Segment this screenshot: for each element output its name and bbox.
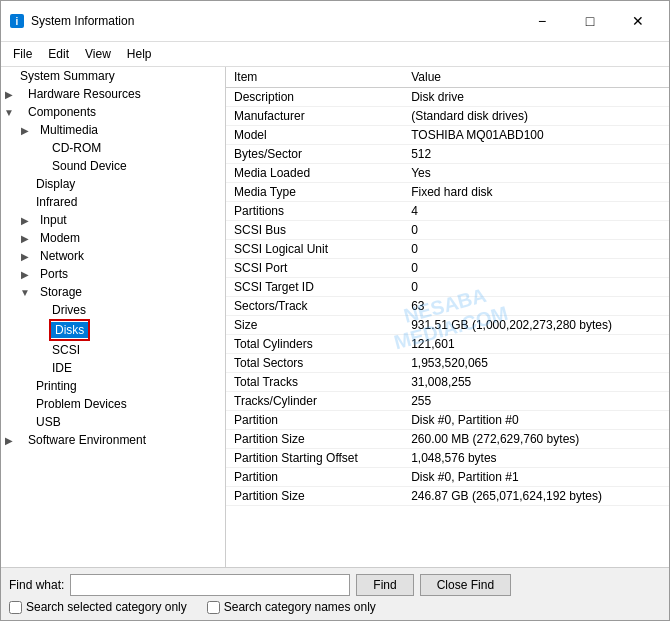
sp23 bbox=[17, 344, 33, 357]
menu-edit[interactable]: Edit bbox=[40, 44, 77, 64]
menu-file[interactable]: File bbox=[5, 44, 40, 64]
cell-item: Size bbox=[226, 316, 403, 335]
cell-value: 260.00 MB (272,629,760 bytes) bbox=[403, 430, 669, 449]
tree-item-storage[interactable]: ▼ Storage bbox=[1, 283, 225, 301]
tree-item-ide[interactable]: IDE bbox=[1, 359, 225, 377]
sp15 bbox=[1, 286, 17, 299]
cell-value: 0 bbox=[403, 278, 669, 297]
sp4 bbox=[1, 160, 17, 173]
tree-item-ports[interactable]: ▶ Ports bbox=[1, 265, 225, 283]
table-row: PartitionDisk #0, Partition #1 bbox=[226, 468, 669, 487]
cell-value: 0 bbox=[403, 221, 669, 240]
expand-icon-ports: ▶ bbox=[17, 268, 33, 281]
header-item: Item bbox=[226, 67, 403, 88]
sp28 bbox=[1, 380, 17, 393]
tree-item-disks[interactable]: Disks bbox=[51, 321, 88, 339]
minimize-button[interactable]: − bbox=[519, 7, 565, 35]
tree-item-components[interactable]: ▼ Components bbox=[1, 103, 225, 121]
tree-item-modem[interactable]: ▶ Modem bbox=[1, 229, 225, 247]
cell-item: Media Type bbox=[226, 183, 403, 202]
sp10 bbox=[17, 196, 33, 209]
menu-view[interactable]: View bbox=[77, 44, 119, 64]
expand-icon-mm bbox=[1, 124, 17, 137]
cell-item: Total Cylinders bbox=[226, 335, 403, 354]
sp13 bbox=[1, 250, 17, 263]
disks-highlight-box: Disks bbox=[49, 319, 90, 341]
sp25 bbox=[1, 362, 17, 375]
find-input[interactable] bbox=[70, 574, 350, 596]
checkbox-category-names[interactable] bbox=[207, 601, 220, 614]
tree-item-infrared[interactable]: Infrared bbox=[1, 193, 225, 211]
cell-item: Manufacturer bbox=[226, 107, 403, 126]
cell-value: 63 bbox=[403, 297, 669, 316]
cell-value: 1,953,520,065 bbox=[403, 354, 669, 373]
table-row: Media LoadedYes bbox=[226, 164, 669, 183]
table-row: PartitionDisk #0, Partition #0 bbox=[226, 411, 669, 430]
sp3 bbox=[33, 142, 49, 155]
tree-item-drives[interactable]: Drives bbox=[1, 301, 225, 319]
sp27 bbox=[33, 362, 49, 375]
title-bar: i System Information − □ ✕ bbox=[1, 1, 669, 42]
table-row: Partition Starting Offset1,048,576 bytes bbox=[226, 449, 669, 468]
cell-value: Disk #0, Partition #0 bbox=[403, 411, 669, 430]
sp8 bbox=[17, 178, 33, 191]
find-button[interactable]: Find bbox=[356, 574, 413, 596]
tree-item-network[interactable]: ▶ Network bbox=[1, 247, 225, 265]
table-row: Tracks/Cylinder255 bbox=[226, 392, 669, 411]
sp18 bbox=[33, 304, 49, 317]
tree-item-hardware-resources[interactable]: ▶ Hardware Resources bbox=[1, 85, 225, 103]
tree-item-problem-devices[interactable]: Problem Devices bbox=[1, 395, 225, 413]
tree-item-input[interactable]: ▶ Input bbox=[1, 211, 225, 229]
checkbox-label-1[interactable]: Search selected category only bbox=[9, 600, 187, 614]
table-row: Total Sectors1,953,520,065 bbox=[226, 354, 669, 373]
cell-value: 4 bbox=[403, 202, 669, 221]
checkbox-selected-category[interactable] bbox=[9, 601, 22, 614]
table-row: ModelTOSHIBA MQ01ABD100 bbox=[226, 126, 669, 145]
sp17 bbox=[17, 304, 33, 317]
sp5 bbox=[17, 160, 33, 173]
cell-item: Partition Size bbox=[226, 487, 403, 506]
sp9 bbox=[1, 196, 17, 209]
cell-item: Partitions bbox=[226, 202, 403, 221]
table-row: Bytes/Sector512 bbox=[226, 145, 669, 164]
menu-help[interactable]: Help bbox=[119, 44, 160, 64]
cell-value: 255 bbox=[403, 392, 669, 411]
cell-value: Disk #0, Partition #1 bbox=[403, 468, 669, 487]
find-label: Find what: bbox=[9, 578, 64, 592]
data-table: Item Value DescriptionDisk driveManufact… bbox=[226, 67, 669, 506]
maximize-button[interactable]: □ bbox=[567, 7, 613, 35]
app-icon: i bbox=[9, 13, 25, 29]
tree-item-usb[interactable]: USB bbox=[1, 413, 225, 431]
svg-text:i: i bbox=[16, 16, 19, 27]
table-row: DescriptionDisk drive bbox=[226, 88, 669, 107]
close-find-button[interactable]: Close Find bbox=[420, 574, 511, 596]
table-row: Media TypeFixed hard disk bbox=[226, 183, 669, 202]
tree-item-printing[interactable]: Printing bbox=[1, 377, 225, 395]
cell-value: Disk drive bbox=[403, 88, 669, 107]
sp14 bbox=[1, 268, 17, 281]
tree-item-sound[interactable]: Sound Device bbox=[1, 157, 225, 175]
bottom-panel: Find what: Find Close Find Search select… bbox=[1, 567, 669, 620]
cell-item: Partition bbox=[226, 411, 403, 430]
tree-item-software-env[interactable]: ▶ Software Environment bbox=[1, 431, 225, 449]
table-row: SCSI Logical Unit0 bbox=[226, 240, 669, 259]
sp24 bbox=[33, 344, 49, 357]
title-controls: − □ ✕ bbox=[519, 7, 661, 35]
sp12 bbox=[1, 232, 17, 245]
sp32 bbox=[1, 416, 17, 429]
sp22 bbox=[1, 344, 17, 357]
tree-item-system-summary[interactable]: System Summary bbox=[1, 67, 225, 85]
cell-value: Fixed hard disk bbox=[403, 183, 669, 202]
tree-item-scsi[interactable]: SCSI bbox=[1, 341, 225, 359]
sp26 bbox=[17, 362, 33, 375]
tree-item-cdrom[interactable]: CD-ROM bbox=[1, 139, 225, 157]
cell-item: Sectors/Track bbox=[226, 297, 403, 316]
table-row: Size931.51 GB (1,000,202,273,280 bytes) bbox=[226, 316, 669, 335]
close-button[interactable]: ✕ bbox=[615, 7, 661, 35]
tree-item-multimedia[interactable]: ▶ Multimedia bbox=[1, 121, 225, 139]
checkbox-label-2[interactable]: Search category names only bbox=[207, 600, 376, 614]
cell-item: Media Loaded bbox=[226, 164, 403, 183]
cell-value: 1,048,576 bytes bbox=[403, 449, 669, 468]
expand-icon-storage: ▼ bbox=[17, 286, 33, 299]
tree-item-display[interactable]: Display bbox=[1, 175, 225, 193]
